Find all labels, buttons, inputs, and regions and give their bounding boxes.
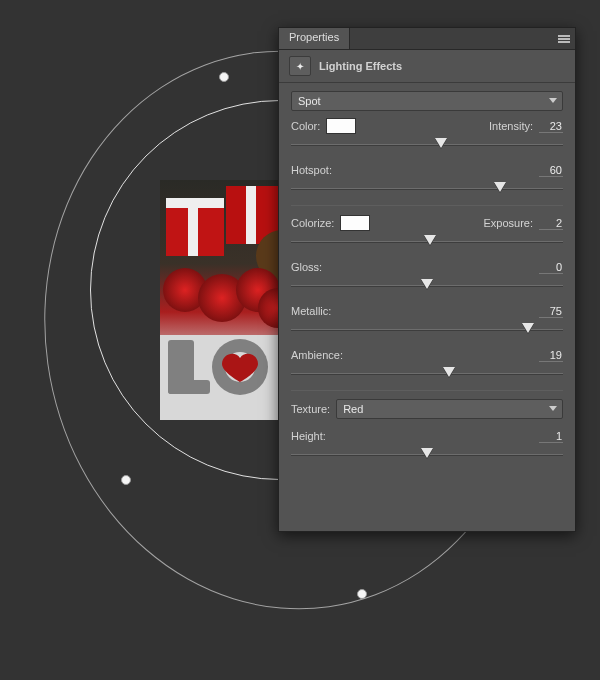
divider [291,205,563,206]
lighting-effects-icon[interactable]: ✦ [289,56,311,76]
svg-rect-5 [246,186,256,244]
ambience-slider[interactable] [291,366,563,382]
chevron-down-icon [549,98,557,103]
hotspot-value[interactable]: 60 [539,164,563,177]
exposure-label: Exposure: [483,217,533,229]
chevron-down-icon [549,406,557,411]
hotspot-label: Hotspot: [291,164,332,176]
height-label: Height: [291,430,326,442]
panel-title-row: ✦ Lighting Effects [279,50,575,83]
tab-properties[interactable]: Properties [279,28,350,49]
metallic-slider[interactable] [291,322,563,338]
lighting-handle[interactable] [219,72,229,82]
colorize-label: Colorize: [291,217,334,229]
light-type-value: Spot [298,95,321,107]
colorize-swatch[interactable] [340,215,370,231]
intensity-label: Intensity: [489,120,533,132]
height-slider[interactable] [291,447,563,463]
divider [291,390,563,391]
height-value[interactable]: 1 [539,430,563,443]
gloss-label: Gloss: [291,261,322,273]
ambience-value[interactable]: 19 [539,349,563,362]
lighting-handle[interactable] [357,589,367,599]
canvas-image [160,180,295,420]
svg-rect-13 [168,380,210,394]
panel-tabbar: Properties [279,28,575,50]
gloss-slider[interactable] [291,278,563,294]
light-type-select[interactable]: Spot [291,91,563,111]
hotspot-slider[interactable] [291,181,563,197]
panel-title: Lighting Effects [319,60,402,72]
properties-panel: Properties ✦ Lighting Effects Spot Color… [278,27,576,532]
lighting-handle[interactable] [121,475,131,485]
texture-select[interactable]: Red [336,399,563,419]
metallic-label: Metallic: [291,305,331,317]
intensity-slider[interactable] [291,137,563,153]
texture-value: Red [343,403,363,415]
color-swatch[interactable] [326,118,356,134]
exposure-slider[interactable] [291,234,563,250]
panel-menu-icon[interactable] [553,28,575,49]
svg-rect-3 [188,198,198,256]
color-label: Color: [291,120,320,132]
metallic-value[interactable]: 75 [539,305,563,318]
exposure-value[interactable]: 2 [539,217,563,230]
gloss-value[interactable]: 0 [539,261,563,274]
intensity-value[interactable]: 23 [539,120,563,133]
texture-label: Texture: [291,403,330,415]
ambience-label: Ambience: [291,349,343,361]
